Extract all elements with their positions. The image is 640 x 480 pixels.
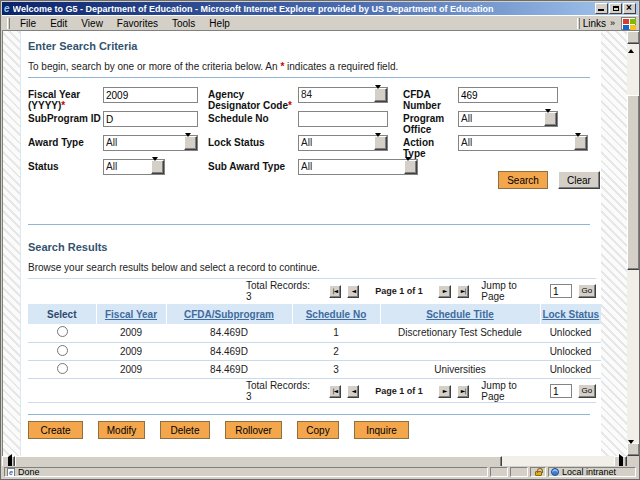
close-button[interactable]: [623, 3, 636, 14]
inquire-button[interactable]: Inquire: [354, 421, 409, 439]
subprogram-id-label: SubProgram ID: [28, 111, 103, 124]
search-button[interactable]: Search: [498, 171, 548, 189]
browser-window: e Welcome to G5 - Department of Educatio…: [0, 0, 640, 480]
last-page-button[interactable]: ►|: [457, 285, 469, 298]
page-indicator: Page 1 of 1: [371, 286, 426, 296]
windows-logo-icon: [621, 17, 636, 30]
dropdown-arrow-icon: [374, 136, 387, 150]
column-header-select: Select: [47, 309, 76, 320]
jump-to-page-input[interactable]: [550, 284, 572, 298]
column-header-schedule-title[interactable]: Schedule Title: [426, 309, 494, 320]
g5-search-page: Enter Search Criteria To begin, search b…: [20, 31, 601, 456]
total-records-label: Total Records: 3: [246, 380, 315, 402]
jump-to-page-label: Jump to Page: [481, 280, 540, 302]
row-select-radio[interactable]: [57, 345, 68, 356]
go-button[interactable]: Go: [578, 384, 596, 398]
schedule-no-input[interactable]: [298, 111, 388, 127]
menu-item-favorites[interactable]: Favorites: [110, 17, 165, 30]
cell-cfda-subprogram: 84.469D: [166, 324, 292, 342]
action-type-label: Action Type: [403, 135, 458, 159]
status-message-pane: e Done: [4, 467, 488, 477]
search-criteria-instructions: To begin, search by one or more of the c…: [28, 61, 398, 72]
award-type-label: Award Type: [28, 135, 103, 148]
last-page-icon: ►|: [461, 387, 466, 394]
last-page-button[interactable]: ►|: [457, 385, 469, 398]
column-header-schedule-no[interactable]: Schedule No: [306, 309, 367, 320]
next-page-button[interactable]: ►: [438, 385, 450, 398]
lock-icon: [535, 471, 542, 476]
dropdown-arrow-icon: [574, 136, 587, 150]
column-header-cfda-subprogram[interactable]: CFDA/Subprogram: [184, 309, 274, 320]
divider: [28, 402, 596, 403]
jump-to-page-label: Jump to Page: [481, 380, 540, 402]
divider: [28, 278, 596, 279]
table-row: 2009 84.469D 2 Unlocked: [28, 342, 601, 360]
status-select[interactable]: All: [103, 159, 165, 175]
window-title: Welcome to G5 - Department of Education …: [13, 4, 594, 14]
delete-button[interactable]: Delete: [160, 421, 210, 439]
search-results-heading: Search Results: [28, 241, 107, 253]
row-select-radio[interactable]: [57, 326, 68, 337]
lock-status-label: Lock Status: [208, 135, 298, 148]
action-buttons: Create Modify Delete Rollover Copy Inqui…: [28, 421, 409, 439]
next-page-button[interactable]: ►: [438, 285, 450, 298]
links-toolbar[interactable]: Links »: [583, 18, 619, 29]
clear-button[interactable]: Clear: [558, 171, 600, 189]
cfda-number-input[interactable]: [458, 87, 558, 103]
scroll-up-icon: [628, 29, 634, 53]
modify-button[interactable]: Modify: [98, 421, 145, 439]
search-results-instructions: Browse your search results below and sel…: [28, 262, 320, 273]
copy-button[interactable]: Copy: [297, 421, 339, 439]
dropdown-arrow-icon: [151, 160, 164, 174]
rollover-button[interactable]: Rollover: [225, 421, 282, 439]
subprogram-id-input[interactable]: [103, 111, 198, 127]
links-grip[interactable]: [577, 18, 580, 29]
table-row: 2009 84.469D 1 Discretionary Test Schedu…: [28, 324, 601, 342]
agency-designator-select[interactable]: 84: [298, 87, 388, 103]
program-office-label: Program Office: [403, 111, 458, 135]
menu-item-edit[interactable]: Edit: [43, 17, 74, 30]
form-buttons: Search Clear: [498, 171, 600, 189]
dropdown-arrow-icon: [404, 160, 417, 174]
create-button[interactable]: Create: [28, 421, 83, 439]
last-page-icon: ►|: [461, 287, 466, 294]
prev-page-button[interactable]: ◄: [347, 385, 359, 398]
ie-logo-icon: e: [4, 4, 10, 14]
cell-schedule-no: 1: [292, 324, 380, 342]
go-button[interactable]: Go: [578, 284, 596, 298]
left-margin-pattern: [3, 31, 20, 456]
row-select-radio[interactable]: [57, 363, 68, 374]
vertical-scroll-thumb[interactable]: [627, 95, 640, 270]
first-page-button[interactable]: |◄: [329, 385, 341, 398]
links-label: Links: [583, 18, 606, 29]
menu-item-tools[interactable]: Tools: [165, 17, 202, 30]
vertical-scrollbar[interactable]: [627, 31, 640, 456]
toolbar-grip[interactable]: [7, 18, 10, 29]
pagination-top: Total Records: 3 |◄ ◄ Page 1 of 1 ► ►| J…: [28, 281, 596, 301]
cell-lock-status: Unlocked: [540, 342, 601, 360]
restore-button[interactable]: [609, 3, 622, 14]
menu-item-view[interactable]: View: [74, 17, 110, 30]
scroll-up-button[interactable]: [627, 31, 640, 44]
menu-item-file[interactable]: File: [13, 17, 43, 30]
cell-cfda-subprogram: 84.469D: [166, 342, 292, 360]
menu-item-help[interactable]: Help: [202, 17, 237, 30]
zone-label: Local intranet: [562, 467, 616, 477]
lock-status-select[interactable]: All: [298, 135, 388, 151]
program-office-select[interactable]: All: [458, 111, 558, 127]
dropdown-arrow-icon: [374, 88, 387, 102]
cell-schedule-title: [380, 342, 540, 360]
minimize-button[interactable]: [595, 3, 608, 14]
award-type-select[interactable]: All: [103, 135, 198, 151]
prev-page-button[interactable]: ◄: [347, 285, 359, 298]
jump-to-page-input[interactable]: [550, 384, 572, 398]
pagination-bottom: Total Records: 3 |◄ ◄ Page 1 of 1 ► ►| J…: [28, 381, 596, 401]
action-type-select[interactable]: All: [458, 135, 588, 151]
fiscal-year-input[interactable]: [103, 87, 198, 103]
column-header-lock-status[interactable]: Lock Status: [542, 309, 599, 320]
column-header-fiscal-year[interactable]: Fiscal Year: [105, 309, 157, 320]
title-bar: e Welcome to G5 - Department of Educatio…: [2, 2, 638, 15]
scroll-down-button[interactable]: [627, 443, 640, 456]
sub-award-type-select[interactable]: All: [298, 159, 418, 175]
first-page-button[interactable]: |◄: [329, 285, 341, 298]
